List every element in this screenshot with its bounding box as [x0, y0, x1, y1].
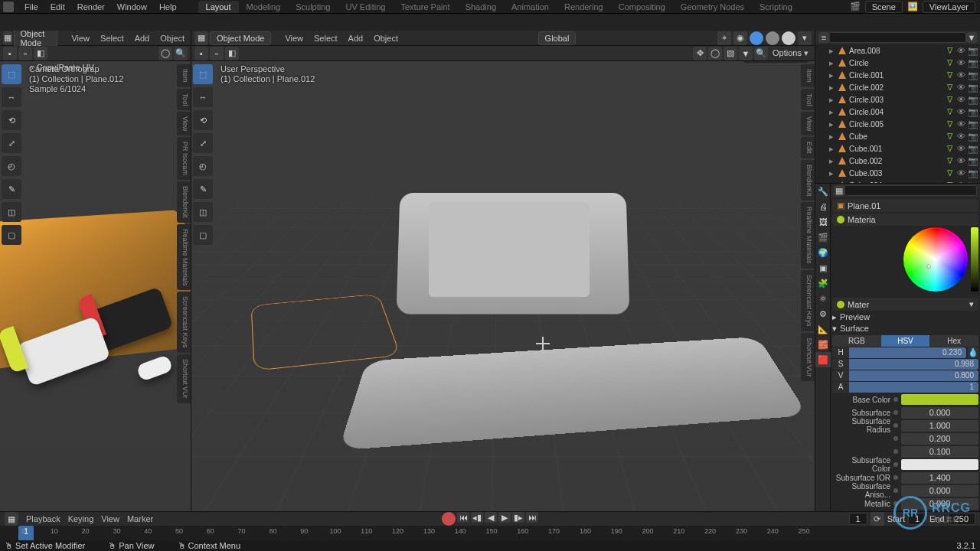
scene-field[interactable]: Scene: [865, 1, 903, 13]
tool-button-6[interactable]: ◫: [193, 202, 213, 222]
eye-icon[interactable]: 👁: [957, 156, 966, 165]
tool-button-1[interactable]: ↔: [193, 87, 213, 107]
workspace-tab-sculpting[interactable]: Sculpting: [288, 1, 338, 13]
proportional-icon[interactable]: ◉: [733, 31, 747, 45]
workspace-tab-modeling[interactable]: Modeling: [239, 1, 289, 13]
menu-file[interactable]: File: [18, 2, 44, 11]
menu-render[interactable]: Render: [71, 2, 111, 11]
current-frame-field[interactable]: 1: [849, 513, 867, 525]
prop-row[interactable]: Metallic0.000: [832, 497, 978, 510]
n-tab-shortcut-vur[interactable]: Shortcut VUr: [177, 354, 191, 403]
workspace-tab-scripting[interactable]: Scripting: [752, 1, 800, 13]
menu-help[interactable]: Help: [153, 2, 183, 11]
timeline-menu-playback[interactable]: Playback: [23, 514, 64, 523]
mode-select-center[interactable]: Object Mode: [210, 31, 271, 45]
search-icon[interactable]: 🔍: [754, 47, 768, 60]
filter-icon[interactable]: ▼: [739, 47, 753, 60]
tool-button-3[interactable]: ⤢: [193, 133, 213, 153]
tool-button-7[interactable]: ▢: [193, 225, 213, 245]
hsva-h-field[interactable]: H0.230💧: [832, 347, 978, 358]
n-tab-shortcut-vur[interactable]: Shortcut VUr: [801, 333, 815, 382]
tool-button-7[interactable]: ▢: [2, 225, 21, 245]
props-search[interactable]: [844, 185, 977, 196]
n-tab-screencast-keys[interactable]: Screencast Keys: [177, 292, 191, 353]
eye-icon[interactable]: 👁: [957, 70, 966, 80]
props-editor-icon[interactable]: ▦: [834, 185, 844, 196]
n-tab-tool[interactable]: Tool: [801, 89, 815, 111]
value-slider[interactable]: [971, 227, 978, 292]
workspace-tab-uv-editing[interactable]: UV Editing: [338, 1, 393, 13]
eye-icon[interactable]: 👁: [957, 168, 966, 178]
workspace-tab-animation[interactable]: Animation: [504, 1, 557, 13]
play-reverse-button[interactable]: ◀: [485, 512, 497, 523]
properties-tab-6[interactable]: 🧩: [815, 276, 831, 291]
n-tab-view[interactable]: View: [177, 112, 191, 135]
eye-icon[interactable]: 👁: [957, 58, 966, 67]
properties-tab-10[interactable]: 🧱: [815, 337, 831, 352]
timeline-menu-keying[interactable]: Keying: [65, 514, 97, 523]
camera-icon[interactable]: 📷: [968, 83, 977, 92]
n-tab-edit[interactable]: Edit: [801, 137, 815, 158]
eye-icon[interactable]: 👁: [957, 107, 966, 116]
menu-window[interactable]: Window: [111, 2, 153, 11]
outliner-item[interactable]: ▸Circle∇👁📷: [815, 57, 980, 69]
autokey-button[interactable]: [442, 512, 456, 526]
editor-type-icon[interactable]: ▦: [3, 31, 12, 45]
outliner-item[interactable]: ▸Circle.001∇👁📷: [815, 69, 980, 81]
outliner-editor-icon[interactable]: ≡: [818, 32, 829, 43]
workspace-tab-rendering[interactable]: Rendering: [557, 1, 611, 13]
prop-row[interactable]: 0.200: [832, 432, 978, 445]
eye-icon[interactable]: 👁: [957, 132, 966, 141]
outliner-item[interactable]: ▸Circle.004∇👁📷: [815, 106, 980, 118]
n-tab-blenderkit[interactable]: BlenderKit: [801, 160, 815, 201]
hsva-s-field[interactable]: S0.998: [832, 359, 978, 370]
properties-tab-1[interactable]: 🖨: [815, 199, 831, 214]
camera-icon[interactable]: 📷: [968, 119, 977, 129]
shading-mat-icon[interactable]: [766, 31, 779, 45]
jump-start-button[interactable]: ⏮: [457, 512, 469, 523]
overlay-btn[interactable]: ◯: [158, 47, 172, 60]
viewport-menu-view[interactable]: View: [282, 34, 306, 43]
properties-tab-8[interactable]: ⚙: [815, 306, 831, 321]
outliner-filter-icon[interactable]: ▼: [966, 32, 977, 43]
prop-row[interactable]: Subsurface Radius1.000: [832, 419, 978, 432]
properties-tab-3[interactable]: 🎬: [815, 230, 831, 245]
camera-icon[interactable]: 📷: [968, 46, 977, 55]
sel-mode-3[interactable]: ◧: [225, 47, 239, 60]
shading-render-icon[interactable]: [782, 31, 795, 45]
camera-icon[interactable]: 📷: [968, 95, 977, 104]
workspace-tab-compositing[interactable]: Compositing: [611, 1, 673, 13]
viewport-menu-view[interactable]: View: [68, 34, 93, 43]
xray-icon[interactable]: ▧: [724, 47, 737, 60]
sel-mode-1[interactable]: ▪: [194, 47, 208, 60]
eye-icon[interactable]: 👁: [957, 95, 966, 104]
eye-icon[interactable]: 👁: [957, 144, 966, 153]
hsva-a-field[interactable]: A1: [832, 382, 978, 393]
sel-mode-2[interactable]: ▫: [18, 47, 32, 60]
camera-icon[interactable]: 📷: [968, 132, 977, 141]
search-icon[interactable]: 🔍: [174, 47, 188, 60]
viewport-left[interactable]: ▦ Object Mode ViewSelectAddObject ▪ ▫ ◧ …: [0, 31, 191, 511]
colorwheel-cursor[interactable]: [926, 264, 931, 269]
outliner-item[interactable]: ▸Cube.003∇👁📷: [815, 167, 980, 179]
workspace-tab-geometry-nodes[interactable]: Geometry Nodes: [673, 1, 752, 13]
n-tab-item[interactable]: Item: [177, 64, 191, 87]
n-tab-realtime-materials[interactable]: Realtime Materials: [801, 202, 815, 269]
n-tab-realtime-materials[interactable]: Realtime Materials: [177, 224, 191, 291]
outliner-item[interactable]: ▸Circle.003∇👁📷: [815, 93, 980, 106]
properties-tab-0[interactable]: 🔧: [815, 184, 831, 199]
n-tab-view[interactable]: View: [801, 112, 815, 135]
camera-icon[interactable]: 📷: [968, 58, 977, 67]
workspace-tab-layout[interactable]: Layout: [198, 1, 239, 13]
prop-row[interactable]: Base Color: [832, 393, 978, 406]
tool-button-6[interactable]: ◫: [2, 202, 21, 222]
workspace-tab-shading[interactable]: Shading: [458, 1, 504, 13]
properties-tab-7[interactable]: ⚛: [815, 291, 831, 306]
camera-icon[interactable]: 📷: [968, 168, 977, 178]
camera-icon[interactable]: 📷: [968, 156, 977, 165]
orientation-select[interactable]: Global: [538, 31, 577, 45]
color-tab-hex[interactable]: Hex: [929, 335, 978, 347]
shading-dropdown-icon[interactable]: ▾: [798, 31, 812, 45]
outliner-item[interactable]: ▸Area.008∇👁📷: [815, 44, 980, 57]
start-frame-field[interactable]: 1: [908, 513, 926, 525]
